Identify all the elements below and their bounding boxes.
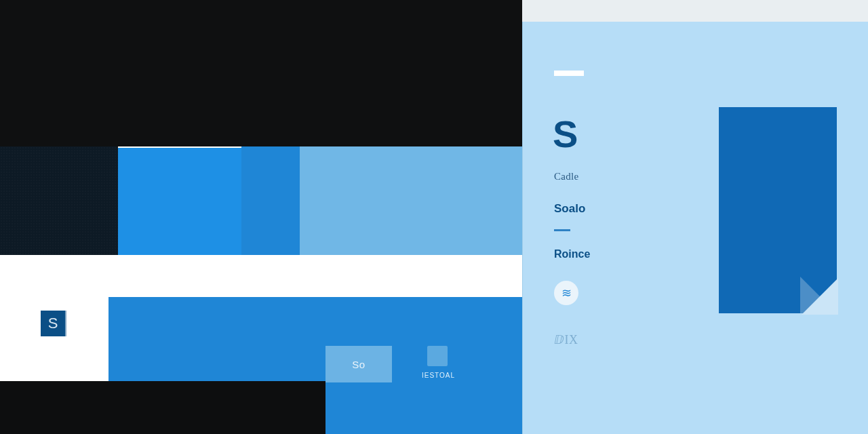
top-edge-strip — [521, 0, 868, 22]
swatch-light-blue — [300, 146, 522, 255]
panel-logo-letter: S — [553, 115, 578, 153]
wave-icon[interactable]: ≋ — [554, 281, 578, 305]
panel-divider — [554, 229, 570, 231]
panel-item-2[interactable]: Soalo — [554, 202, 585, 216]
swatch-mid-blue — [241, 146, 300, 255]
swatch-navy-texture — [0, 146, 118, 255]
brand-panel: S Cadle Soalo Roince ≋ ⅅIX — [522, 22, 868, 434]
swatch-bright-blue — [118, 148, 241, 255]
brand-style-board: S So IESTOAL S Cadle Soalo Roince ≋ ⅅIX — [0, 0, 868, 434]
lower-dark-block — [0, 381, 326, 434]
dark-hero-block — [0, 0, 522, 146]
color-band-row — [0, 146, 522, 255]
chip-swatch — [427, 346, 448, 366]
panel-item-1[interactable]: Cadle — [554, 171, 579, 182]
accent-bar — [554, 71, 584, 76]
poster-card — [719, 107, 837, 313]
logo-mini-swatch: S — [41, 311, 66, 336]
panel-muted-text: ⅅIX — [554, 332, 578, 347]
chip-label: IESTOAL — [422, 372, 455, 379]
panel-item-3[interactable]: Roince — [554, 248, 590, 260]
pill-button[interactable]: So — [326, 346, 392, 382]
